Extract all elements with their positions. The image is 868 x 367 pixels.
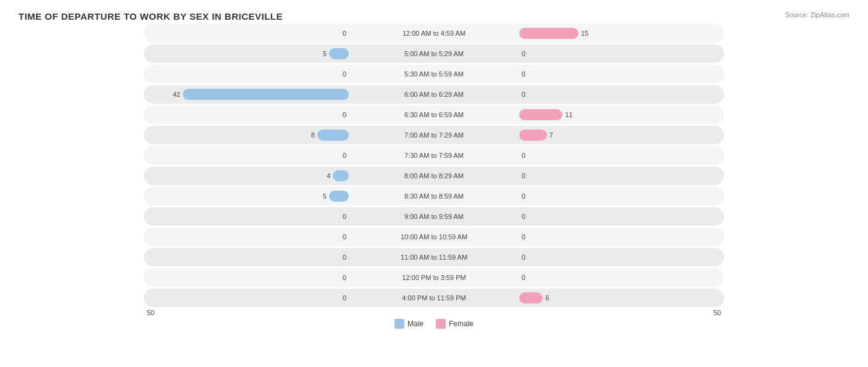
male-section: 4 — [144, 167, 354, 185]
bar-row: 011:00 AM to 11:59 AM0 — [144, 248, 724, 266]
female-section: 0 — [514, 248, 724, 266]
female-legend-box — [436, 319, 446, 329]
female-bar — [519, 292, 543, 303]
female-value-zero: 0 — [522, 172, 525, 179]
male-bar — [183, 89, 349, 100]
male-value-zero: 0 — [343, 152, 346, 159]
male-bar — [317, 130, 349, 141]
female-value: 15 — [581, 30, 588, 37]
time-label: 7:00 AM to 7:29 AM — [354, 131, 514, 139]
chart-container: TIME OF DEPARTURE TO WORK BY SEX IN BRIC… — [0, 0, 868, 367]
female-section: 0 — [514, 228, 724, 246]
female-value-zero: 0 — [522, 254, 525, 261]
female-value-zero: 0 — [522, 50, 525, 57]
female-section: 6 — [514, 289, 724, 307]
male-section: 8 — [144, 126, 354, 144]
female-section: 0 — [514, 207, 724, 226]
female-value: 11 — [565, 111, 572, 118]
bar-row: 48:00 AM to 8:29 AM0 — [144, 167, 724, 185]
male-legend-label: Male — [407, 320, 424, 328]
male-value-zero: 0 — [343, 213, 346, 220]
male-value: 5 — [323, 192, 327, 200]
time-label: 5:00 AM to 5:29 AM — [354, 50, 514, 57]
time-label: 10:00 AM to 10:59 AM — [354, 233, 514, 241]
female-section: 15 — [514, 24, 724, 43]
time-label: 9:00 AM to 9:59 AM — [354, 213, 514, 220]
female-value-zero: 0 — [522, 233, 525, 241]
female-section: 0 — [514, 65, 724, 83]
legend-male: Male — [394, 319, 424, 329]
female-bar — [519, 28, 578, 39]
bar-row: 012:00 PM to 3:59 PM0 — [144, 268, 724, 287]
female-value-zero: 0 — [522, 91, 525, 98]
male-section: 0 — [144, 268, 354, 287]
male-section: 0 — [144, 248, 354, 266]
female-section: 0 — [514, 167, 724, 185]
male-section: 42 — [144, 85, 354, 104]
male-section: 0 — [144, 24, 354, 43]
legend-female: Female — [436, 319, 474, 329]
bar-row: 04:00 PM to 11:59 PM6 — [144, 289, 724, 307]
female-value-zero: 0 — [522, 192, 525, 200]
male-bar — [329, 48, 349, 59]
axis-row: 50 50 — [144, 309, 724, 316]
female-value-zero: 0 — [522, 274, 525, 281]
male-value-zero: 0 — [343, 30, 346, 37]
axis-right-label: 50 — [514, 309, 724, 316]
male-bar — [333, 170, 349, 181]
bar-row: 05:30 AM to 5:59 AM0 — [144, 65, 724, 83]
male-legend-box — [394, 319, 404, 329]
female-value-zero: 0 — [522, 70, 525, 78]
source-text: Source: ZipAtlas.com — [785, 11, 849, 19]
bar-row: 09:00 AM to 9:59 AM0 — [144, 207, 724, 226]
time-label: 6:00 AM to 6:29 AM — [354, 91, 514, 98]
time-label: 7:30 AM to 7:59 AM — [354, 152, 514, 159]
bar-row: 426:00 AM to 6:29 AM0 — [144, 85, 724, 104]
bar-row: 58:30 AM to 8:59 AM0 — [144, 187, 724, 205]
time-label: 8:00 AM to 8:29 AM — [354, 172, 514, 179]
time-label: 8:30 AM to 8:59 AM — [354, 192, 514, 200]
time-label: 12:00 AM to 4:59 AM — [354, 30, 514, 37]
male-section: 5 — [144, 187, 354, 205]
chart-title: TIME OF DEPARTURE TO WORK BY SEX IN BRIC… — [19, 11, 849, 22]
male-value: 5 — [323, 50, 327, 57]
axis-left-label: 50 — [144, 309, 354, 316]
male-value: 8 — [311, 131, 315, 139]
female-value-zero: 0 — [522, 213, 525, 220]
male-bar — [329, 191, 349, 202]
male-value: 4 — [327, 172, 330, 179]
bar-row: 55:00 AM to 5:29 AM0 — [144, 44, 724, 63]
female-section: 7 — [514, 126, 724, 144]
bar-row: 07:30 AM to 7:59 AM0 — [144, 146, 724, 165]
bar-row: 87:00 AM to 7:29 AM7 — [144, 126, 724, 144]
female-section: 0 — [514, 44, 724, 63]
female-value: 6 — [545, 294, 549, 302]
male-value: 42 — [173, 91, 180, 98]
female-bar — [519, 130, 547, 141]
male-section: 0 — [144, 228, 354, 246]
male-value-zero: 0 — [343, 233, 346, 241]
bar-row: 010:00 AM to 10:59 AM0 — [144, 228, 724, 246]
chart-body: 012:00 AM to 4:59 AM1555:00 AM to 5:29 A… — [144, 24, 724, 307]
time-label: 4:00 PM to 11:59 PM — [354, 294, 514, 302]
male-value-zero: 0 — [343, 274, 346, 281]
male-value-zero: 0 — [343, 254, 346, 261]
female-section: 11 — [514, 105, 724, 124]
bar-row: 06:30 AM to 6:59 AM11 — [144, 105, 724, 124]
time-label: 5:30 AM to 5:59 AM — [354, 70, 514, 78]
male-section: 0 — [144, 65, 354, 83]
male-value-zero: 0 — [343, 70, 346, 78]
female-section: 0 — [514, 187, 724, 205]
female-value-zero: 0 — [522, 152, 525, 159]
female-value: 7 — [549, 131, 553, 139]
male-value-zero: 0 — [343, 294, 346, 302]
male-value-zero: 0 — [343, 111, 346, 118]
female-section: 0 — [514, 85, 724, 104]
male-section: 0 — [144, 105, 354, 124]
male-section: 5 — [144, 44, 354, 63]
bar-row: 012:00 AM to 4:59 AM15 — [144, 24, 724, 43]
time-label: 6:30 AM to 6:59 AM — [354, 111, 514, 118]
female-legend-label: Female — [449, 320, 474, 328]
time-label: 12:00 PM to 3:59 PM — [354, 274, 514, 281]
legend: Male Female — [19, 319, 849, 329]
